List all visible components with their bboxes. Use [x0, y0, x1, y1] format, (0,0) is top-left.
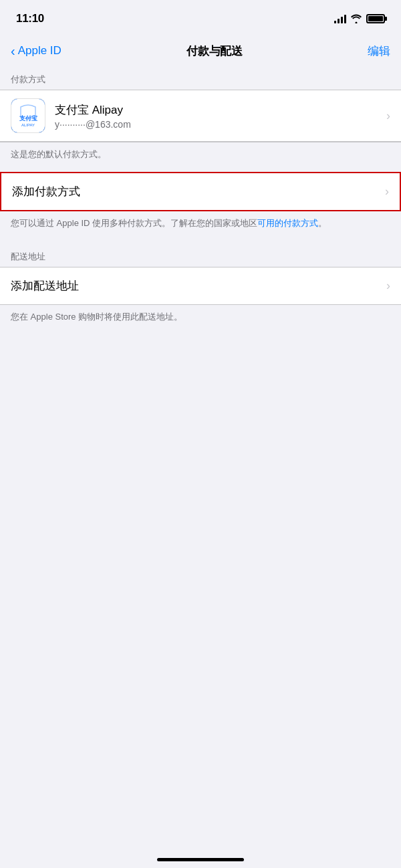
- status-icons: [334, 14, 385, 23]
- default-payment-note: 这是您的默认付款方式。: [0, 142, 401, 172]
- delivery-group: 添加配送地址 ›: [0, 267, 401, 305]
- payment-info-text: 您可以通过 Apple ID 使用多种付款方式。了解在您的国家或地区可用的付款方…: [0, 211, 401, 241]
- payment-section-label: 付款方式: [0, 68, 401, 90]
- alipay-row[interactable]: 支付宝 ALIPAY 支付宝 Alipay y··········@163.co…: [0, 90, 401, 142]
- battery-icon: [366, 14, 385, 23]
- nav-bar: ‹ Apple ID 付款与配送 编辑: [0, 33, 401, 68]
- back-button[interactable]: ‹ Apple ID: [11, 44, 61, 58]
- add-delivery-row[interactable]: 添加配送地址 ›: [0, 267, 401, 304]
- add-payment-card: 添加付款方式 ›: [0, 172, 401, 211]
- alipay-email: y··········@163.com: [55, 119, 381, 130]
- delivery-section-label: 配送地址: [0, 240, 401, 267]
- add-payment-chevron-icon: ›: [385, 185, 389, 199]
- add-payment-label: 添加付款方式: [12, 184, 80, 199]
- home-indicator: [157, 858, 244, 861]
- add-delivery-label: 添加配送地址: [11, 278, 79, 294]
- alipay-logo: 支付宝 ALIPAY: [11, 98, 45, 133]
- add-payment-row[interactable]: 添加付款方式 ›: [1, 173, 400, 210]
- back-chevron-icon: ‹: [11, 44, 15, 58]
- available-payment-link[interactable]: 可用的付款方式: [257, 218, 318, 228]
- payment-methods-group: 支付宝 ALIPAY 支付宝 Alipay y··········@163.co…: [0, 90, 401, 142]
- svg-text:ALIPAY: ALIPAY: [21, 123, 35, 127]
- status-bar: 11:10: [0, 0, 401, 33]
- alipay-chevron-icon: ›: [386, 109, 390, 123]
- signal-icon: [334, 14, 346, 23]
- back-label: Apple ID: [18, 44, 61, 58]
- delivery-note: 您在 Apple Store 购物时将使用此配送地址。: [0, 305, 401, 334]
- add-delivery-chevron-icon: ›: [386, 279, 390, 293]
- wifi-icon: [350, 14, 362, 23]
- edit-button[interactable]: 编辑: [368, 43, 390, 59]
- alipay-info: 支付宝 Alipay y··········@163.com: [55, 102, 381, 130]
- page-title: 付款与配送: [186, 43, 243, 59]
- status-time: 11:10: [16, 12, 44, 25]
- alipay-name: 支付宝 Alipay: [55, 102, 381, 118]
